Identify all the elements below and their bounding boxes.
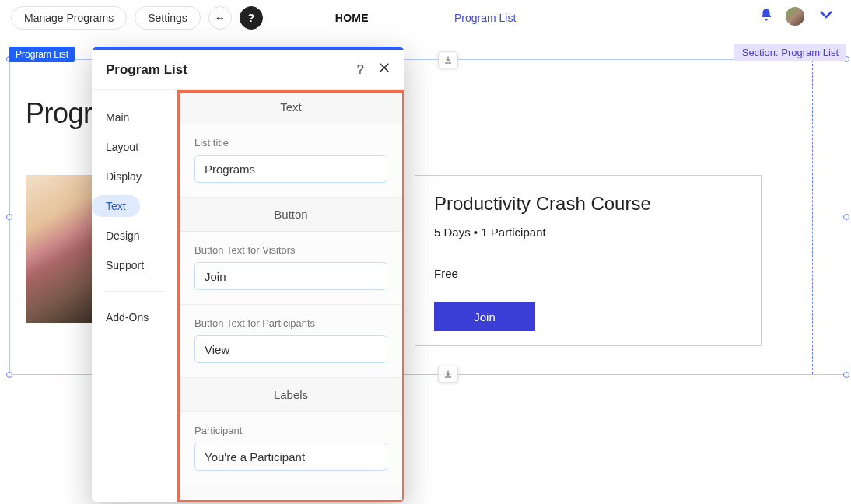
sidebar-item-design[interactable]: Design [92, 225, 154, 247]
participant-input[interactable] [194, 443, 387, 471]
top-toolbar: Manage Programs Settings ↔ ? HOME Progra… [0, 0, 851, 36]
program-subtitle: 5 Days • 1 Participant [434, 226, 742, 239]
program-price: Free [434, 267, 742, 280]
btn-visitors-input[interactable] [194, 262, 387, 290]
panel-sidebar: Main Layout Display Text Design Support … [92, 90, 177, 502]
join-button[interactable]: Join [434, 302, 535, 331]
sidebar-item-support[interactable]: Support [92, 254, 158, 276]
list-title-label: List title [194, 137, 387, 149]
avatar[interactable] [786, 7, 804, 26]
panel-title: Program List [106, 62, 187, 78]
field-participant: Participant [177, 412, 404, 485]
nav-program-list[interactable]: Program List [454, 12, 516, 24]
panel-header: Program List ? [92, 50, 404, 90]
sidebar-divider [104, 291, 164, 292]
request-pending-label: Request Pending [177, 485, 404, 502]
participant-label: Participant [194, 425, 387, 436]
sidebar-item-addons[interactable]: Add-Ons [92, 306, 163, 328]
panel-main: Text List title Button Button Text for V… [177, 90, 404, 502]
nav-home[interactable]: HOME [335, 12, 369, 24]
manage-programs-button[interactable]: Manage Programs [11, 6, 127, 30]
program-image [26, 175, 99, 323]
sidebar-item-layout[interactable]: Layout [92, 136, 152, 158]
btn-participants-input[interactable] [194, 335, 387, 363]
settings-button[interactable]: Settings [135, 6, 201, 30]
group-header-text: Text [177, 90, 404, 124]
settings-label: Settings [148, 12, 187, 24]
section-tag-right[interactable]: Section: Program List [734, 44, 846, 61]
topbar-right [759, 5, 835, 28]
field-btn-participants: Button Text for Participants [177, 305, 404, 378]
resize-handle[interactable] [843, 214, 849, 220]
section-tag-left[interactable]: Program List [9, 47, 75, 62]
resize-handle[interactable] [6, 372, 12, 378]
btn-participants-label: Button Text for Participants [194, 317, 387, 329]
manage-programs-label: Manage Programs [24, 12, 114, 24]
insert-below-icon[interactable] [438, 366, 458, 383]
resize-handle[interactable] [843, 372, 849, 378]
settings-panel: Program List ? Main Layout Display Text … [92, 47, 404, 502]
bell-icon[interactable] [759, 8, 773, 26]
list-title-input[interactable] [194, 155, 387, 183]
program-title: Productivity Crash Course [434, 193, 742, 215]
insert-above-icon[interactable] [438, 51, 458, 68]
section-tag-left-label: Program List [16, 49, 68, 60]
field-btn-visitors: Button Text for Visitors [177, 232, 404, 305]
join-button-label: Join [474, 310, 496, 324]
section-tag-right-label: Section: Program List [742, 47, 839, 58]
page-nav: HOME Program List [335, 0, 517, 36]
sidebar-item-main[interactable]: Main [92, 107, 143, 128]
expand-icon[interactable]: ↔ [208, 6, 232, 30]
help-icon[interactable]: ? [240, 6, 263, 30]
sidebar-item-text[interactable]: Text [92, 195, 140, 217]
group-header-labels: Labels [177, 378, 404, 412]
chevron-down-icon[interactable] [817, 5, 835, 28]
close-icon[interactable] [378, 61, 390, 78]
panel-help-icon[interactable]: ? [357, 62, 364, 78]
field-list-title: List title [177, 124, 404, 198]
btn-visitors-label: Button Text for Visitors [194, 244, 387, 256]
resize-handle[interactable] [6, 214, 12, 220]
sidebar-item-display[interactable]: Display [92, 166, 156, 187]
group-header-button: Button [177, 198, 404, 232]
program-card: Productivity Crash Course 5 Days • 1 Par… [415, 175, 762, 346]
